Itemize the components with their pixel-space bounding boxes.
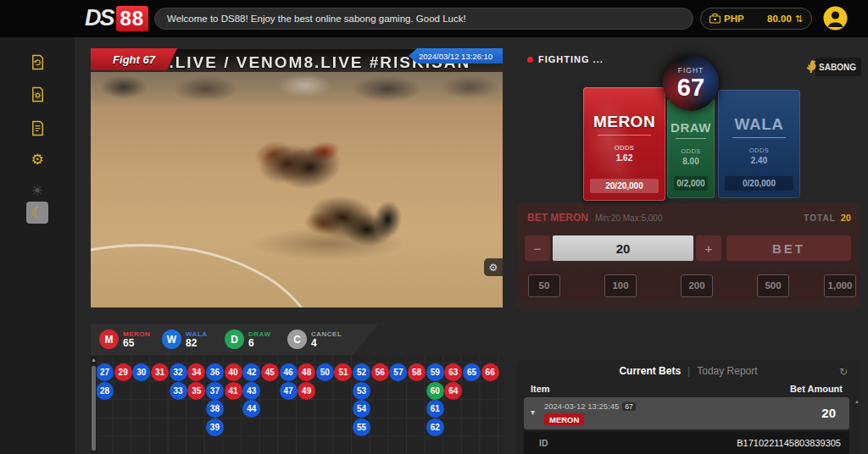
quick-amounts-row: 50 100 200 500 1,000 — [517, 271, 860, 300]
quick-amount-50[interactable]: 50 — [528, 274, 560, 297]
meron-title: MERON — [593, 113, 655, 131]
tab-separator: | — [687, 365, 690, 377]
grid-result-28: 28 — [96, 382, 114, 400]
ds88-logo[interactable]: DS 88 — [85, 5, 148, 31]
light-mode-sun-icon[interactable]: ☀ — [26, 180, 48, 202]
bet-time: 2024-03-12 13:25:4567 — [544, 401, 636, 411]
tab-today-report[interactable]: Today Report — [697, 365, 757, 377]
report-refresh-icon[interactable] — [26, 51, 48, 73]
draw-bet-card[interactable]: DRAW ODDS 8.00 0/2,000 — [667, 98, 715, 198]
grid-result-33: 33 — [170, 382, 187, 400]
bet-fight-tag: 67 — [622, 402, 635, 411]
refresh-balance-icon[interactable]: ⇅ — [795, 14, 803, 25]
live-video-player[interactable]: UCUP4.LIVE / VENOM8.LIVE #RISKISAN — [91, 49, 503, 307]
wallet-balance[interactable]: PHP 80.00 ⇅ — [700, 8, 812, 30]
fight-status: FIGHTING ... — [527, 54, 604, 64]
settings-gear-icon[interactable]: ⚙ — [26, 148, 48, 170]
grid-result-29: 29 — [114, 363, 132, 381]
bets-scrollbar[interactable]: ▲ — [854, 399, 858, 450]
grid-result-53: 53 — [353, 382, 370, 400]
grid-result-31: 31 — [151, 363, 169, 381]
fight-number-badge: Fight 67 — [91, 48, 177, 70]
records-list-icon[interactable] — [26, 117, 48, 139]
results-summary-bar: M MERON 65 W WALA 82 D DRAW 6 C CANCEL — [91, 324, 379, 355]
grid-result-41: 41 — [225, 382, 242, 400]
grid-result-59: 59 — [426, 363, 444, 381]
balance-value: 80.00 — [767, 14, 792, 24]
grid-result-48: 48 — [298, 363, 315, 381]
wala-odds-label: ODDS — [749, 147, 770, 154]
col-amount-header: Bet Amount — [790, 384, 843, 394]
bet-id-label: ID — [539, 438, 548, 448]
grid-result-37: 37 — [206, 382, 224, 400]
report-settings-icon[interactable] — [26, 83, 48, 105]
bet-id-row: ID B1710221145803839305 — [524, 431, 849, 454]
grid-result-64: 64 — [444, 382, 462, 400]
quick-amount-500[interactable]: 500 — [757, 274, 789, 297]
user-avatar[interactable] — [823, 6, 848, 30]
summary-draw: D DRAW 6 — [225, 329, 279, 349]
col-item-header: Item — [531, 384, 550, 394]
grid-result-52: 52 — [353, 363, 370, 381]
draw-odds-value: 8.00 — [682, 157, 698, 166]
wala-bet-card[interactable]: WALA ODDS 2.40 0/20,000 — [718, 90, 800, 198]
bet-time-text: 2024-03-12 13:25:45 — [544, 401, 619, 411]
grid-result-42: 42 — [242, 363, 260, 381]
wala-summary-count: 82 — [186, 338, 208, 349]
bet-submit-button[interactable]: BET — [726, 235, 851, 261]
bets-refresh-icon[interactable]: ↻ — [839, 366, 848, 378]
grid-result-61: 61 — [426, 400, 444, 418]
grid-result-38: 38 — [206, 400, 224, 418]
video-settings-button[interactable]: ⚙ — [484, 258, 503, 276]
grid-result-60: 60 — [426, 382, 444, 400]
grid-result-57: 57 — [389, 363, 407, 381]
wala-divider — [732, 137, 785, 138]
bet-side-badge: MERON — [544, 413, 584, 425]
dark-mode-moon-icon[interactable]: ☾ — [26, 202, 48, 224]
grid-result-27: 27 — [96, 363, 114, 381]
draw-summary-count: 6 — [248, 338, 270, 349]
rooster-bottom — [281, 168, 418, 269]
grid-scrollbar[interactable]: ▲ — [91, 356, 97, 454]
draw-odds-label: ODDS — [681, 147, 701, 155]
bet-decrease-button[interactable]: − — [525, 235, 550, 261]
avatar-icon — [823, 6, 848, 30]
grid-result-58: 58 — [408, 363, 426, 381]
summary-cancel: C CANCEL 4 — [287, 329, 342, 349]
grid-result-39: 39 — [206, 418, 224, 436]
bet-amount-input[interactable] — [553, 235, 693, 261]
tab-current-bets[interactable]: Current Bets — [619, 365, 681, 377]
fight-circle-number: 67 — [677, 75, 704, 100]
grid-result-40: 40 — [225, 363, 242, 381]
quick-amount-100[interactable]: 100 — [604, 274, 637, 297]
grid-scroll-up-icon[interactable]: ▲ — [91, 357, 97, 363]
meron-summary-icon: M — [99, 329, 119, 349]
bet-history-row[interactable]: ▾ 2024-03-12 13:25:4567 MERON 20 — [524, 397, 849, 429]
rooster-icon — [804, 58, 821, 75]
cancel-summary-icon: C — [287, 329, 307, 349]
timestamp-text: 2024/03/12 13:26:10 — [419, 52, 492, 61]
meron-divider — [598, 135, 650, 136]
ds88-sabong-app: DS 88 Welcome to DS88! Enjoy the best on… — [0, 0, 868, 454]
bets-scroll-up-icon[interactable]: ▲ — [854, 399, 858, 405]
grid-result-55: 55 — [353, 418, 370, 436]
meron-summary-count: 65 — [123, 338, 150, 349]
bet-id-value: B1710221145803839305 — [737, 438, 841, 448]
grid-result-44: 44 — [242, 400, 260, 418]
grid-result-32: 32 — [170, 363, 187, 381]
meron-odds-value: 1.62 — [616, 153, 632, 163]
quick-amount-200[interactable]: 200 — [681, 274, 713, 297]
bet-increase-button[interactable]: + — [696, 235, 721, 261]
grid-scroll-thumb[interactable] — [92, 366, 96, 451]
bets-tabs: Current Bets | Today Report — [517, 365, 860, 377]
quick-amount-1000[interactable]: 1,000 — [824, 274, 856, 297]
summary-wala: W WALA 82 — [162, 329, 216, 349]
fight-number-circle: FIGHT 67 — [663, 55, 719, 111]
grid-result-46: 46 — [280, 363, 298, 381]
left-sidebar: ⚙ ☀ ☾ — [0, 37, 75, 454]
grid-result-43: 43 — [242, 382, 260, 400]
chevron-down-icon[interactable]: ▾ — [531, 407, 535, 417]
meron-bet-card[interactable]: MERON ODDS 1.62 20/20,000 — [583, 87, 665, 201]
grid-result-50: 50 — [316, 363, 334, 381]
logo-ds-text: DS — [85, 5, 114, 31]
